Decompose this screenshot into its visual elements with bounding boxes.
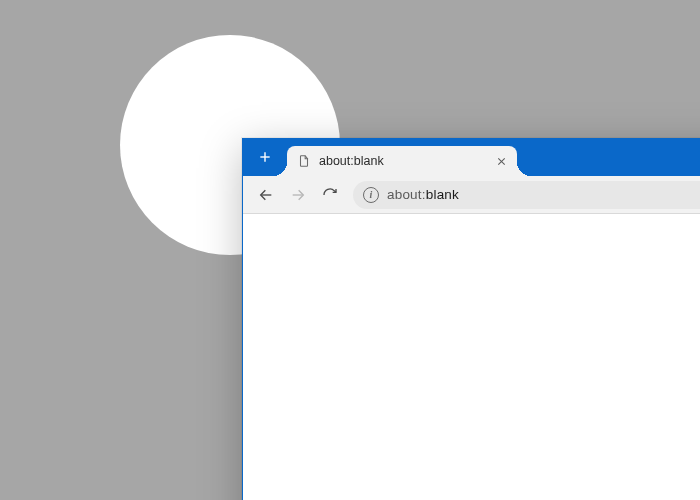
- tab-close-button[interactable]: [493, 153, 509, 169]
- browser-window: about:blank i about:blank: [242, 138, 700, 500]
- tab-strip: about:blank: [243, 138, 700, 176]
- toolbar: i about:blank: [243, 176, 700, 214]
- url-scheme: about:: [387, 187, 426, 202]
- reload-icon: [322, 187, 338, 203]
- address-bar[interactable]: i about:blank: [353, 181, 700, 209]
- browser-tab[interactable]: about:blank: [287, 146, 517, 176]
- forward-button[interactable]: [283, 180, 313, 210]
- page-viewport[interactable]: [243, 214, 700, 500]
- file-icon: [297, 154, 311, 168]
- arrow-left-icon: [258, 187, 274, 203]
- back-button[interactable]: [251, 180, 281, 210]
- close-icon: [496, 156, 507, 167]
- site-info-button[interactable]: i: [363, 187, 379, 203]
- reload-button[interactable]: [315, 180, 345, 210]
- url-text[interactable]: about:blank: [387, 187, 700, 202]
- info-icon: i: [370, 190, 373, 200]
- tab-title: about:blank: [319, 154, 485, 168]
- plus-icon: [258, 150, 272, 164]
- arrow-right-icon: [290, 187, 306, 203]
- url-host: blank: [426, 187, 459, 202]
